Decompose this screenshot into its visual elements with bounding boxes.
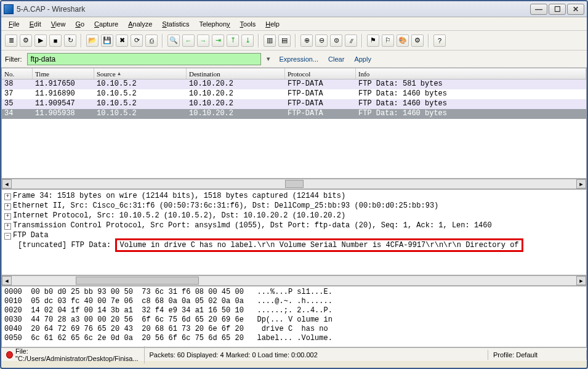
menu-view[interactable]: View	[47, 19, 70, 29]
last-icon[interactable]: ⤓	[241, 34, 254, 47]
menu-edit[interactable]: Edit	[26, 19, 45, 29]
filter-input[interactable]	[27, 53, 261, 65]
tree-item[interactable]: +Ethernet II, Src: Cisco_6c:31:f6 (00:50…	[4, 201, 584, 211]
menu-capture[interactable]: Capture	[91, 19, 122, 29]
stop-capture-icon[interactable]: ■	[49, 34, 62, 47]
scroll-right-icon[interactable]: ►	[576, 179, 586, 189]
table-row[interactable]: 3711.91689010.10.5.210.10.20.2FTP-DATAFT…	[2, 89, 586, 99]
expand-icon[interactable]: +	[4, 213, 11, 220]
close-file-icon[interactable]: ✖	[116, 34, 128, 47]
app-icon	[4, 4, 14, 14]
display-filters-icon[interactable]: ⚐	[382, 34, 394, 47]
zoom-out-icon[interactable]: ⊖	[315, 34, 328, 47]
expert-info-icon[interactable]	[6, 351, 13, 359]
table-row[interactable]: 3811.91765010.10.5.210.10.20.2FTP-DATAFT…	[2, 79, 586, 89]
menu-help[interactable]: Help	[262, 19, 283, 29]
sort-asc-icon: ▲	[117, 71, 122, 76]
collapse-icon[interactable]: −	[4, 233, 11, 240]
col-destination[interactable]: Destination	[187, 68, 285, 79]
menu-telephony[interactable]: Telephony	[195, 19, 233, 29]
interfaces-icon[interactable]: ≣	[5, 34, 17, 47]
coloring-rules-icon[interactable]: 🎨	[397, 34, 409, 47]
scroll-thumb[interactable]	[285, 180, 304, 188]
table-row-selected[interactable]: 3411.90593810.10.5.210.10.20.2FTP-DATAFT…	[2, 109, 586, 119]
status-file: File: "C:/Users/Administrator/Desktop/Fi…	[1, 346, 145, 363]
scroll-thumb[interactable]	[76, 277, 199, 285]
clear-button[interactable]: Clear	[328, 55, 344, 63]
restart-capture-icon[interactable]: ↻	[64, 34, 76, 47]
col-time[interactable]: Time	[33, 68, 94, 79]
expand-icon[interactable]: +	[4, 203, 11, 210]
packet-details: +Frame 34: 1518 bytes on wire (12144 bit…	[1, 189, 587, 275]
find-icon[interactable]: 🔍	[167, 34, 180, 47]
close-button[interactable]: ✕	[567, 4, 584, 15]
col-no[interactable]: No.	[2, 68, 33, 79]
hscroll-details[interactable]: ◄ ►	[1, 275, 587, 286]
status-packets: Packets: 60 Displayed: 4 Marked: 0 Load …	[145, 350, 488, 360]
packet-bytes[interactable]: 0000 00 b0 d0 25 bb 93 00 50 73 6c 31 f6…	[1, 286, 587, 347]
scroll-left-icon[interactable]: ◄	[2, 179, 12, 189]
tree-item[interactable]: +Frame 34: 1518 bytes on wire (12144 bit…	[4, 191, 584, 201]
table-row[interactable]: 3511.90954710.10.5.210.10.20.2FTP-DATAFT…	[2, 99, 586, 109]
forward-icon[interactable]: →	[197, 34, 209, 47]
autoscroll-icon[interactable]: ▤	[278, 34, 291, 47]
expand-icon[interactable]: +	[4, 193, 11, 200]
open-icon[interactable]: 📂	[86, 34, 99, 47]
maximize-button[interactable]: ☐	[549, 4, 566, 15]
options-icon[interactable]: ⚙	[20, 34, 32, 47]
colorize-icon[interactable]: ▥	[264, 34, 276, 47]
menu-go[interactable]: Go	[71, 19, 88, 29]
scroll-left-icon[interactable]: ◄	[2, 276, 12, 285]
first-icon[interactable]: ⤒	[227, 34, 239, 47]
expand-icon[interactable]: +	[4, 223, 11, 230]
start-capture-icon[interactable]: ▶	[34, 34, 47, 47]
status-profile[interactable]: Profile: Default	[488, 350, 587, 360]
hscroll-packet-list[interactable]: ◄ ►	[1, 179, 587, 189]
print-icon[interactable]: ⎙	[145, 34, 158, 47]
statusbar: File: "C:/Users/Administrator/Desktop/Fi…	[1, 347, 587, 361]
zoom-reset-icon[interactable]: ⊜	[330, 34, 342, 47]
menu-tools[interactable]: Tools	[236, 19, 260, 29]
titlebar: 5-A.CAP - Wireshark — ☐ ✕	[1, 1, 587, 17]
col-protocol[interactable]: Protocol	[285, 68, 356, 79]
highlighted-payload: Volume in drive C has no label.\r\n Volu…	[115, 238, 523, 252]
resize-columns-icon[interactable]: ⫽	[345, 34, 357, 47]
window-title: 5-A.CAP - Wireshark	[17, 5, 530, 14]
filter-label: Filter:	[5, 55, 22, 63]
expression-button[interactable]: Expression...	[280, 55, 319, 63]
tree-item[interactable]: +Internet Protocol, Src: 10.10.5.2 (10.1…	[4, 211, 584, 221]
packet-list: No. Time Source▲ Destination Protocol In…	[1, 68, 587, 179]
filterbar: Filter: ▾ Expression... Clear Apply	[1, 51, 587, 68]
save-icon[interactable]: 💾	[101, 34, 113, 47]
scroll-right-icon[interactable]: ►	[576, 276, 586, 285]
apply-button[interactable]: Apply	[354, 55, 371, 63]
menubar: File Edit View Go Capture Analyze Statis…	[1, 17, 587, 31]
reload-icon[interactable]: ⟳	[131, 34, 143, 47]
menu-file[interactable]: File	[5, 19, 23, 29]
minimize-button[interactable]: —	[530, 4, 547, 15]
menu-analyze[interactable]: Analyze	[124, 19, 156, 29]
prefs-icon[interactable]: ⚙	[411, 34, 424, 47]
tree-item[interactable]: +Transmission Control Protocol, Src Port…	[4, 221, 584, 230]
col-info[interactable]: Info	[356, 68, 586, 79]
back-icon[interactable]: ←	[182, 34, 195, 47]
tree-item[interactable]: [truncated] FTP Data: Volume in drive C …	[4, 240, 584, 250]
col-source[interactable]: Source▲	[94, 68, 187, 79]
filter-dropdown-icon[interactable]: ▾	[264, 55, 273, 63]
capture-filters-icon[interactable]: ⚑	[367, 34, 379, 47]
zoom-in-icon[interactable]: ⊕	[300, 34, 313, 47]
help-icon[interactable]: ?	[433, 34, 446, 47]
goto-icon[interactable]: ⇥	[212, 34, 224, 47]
menu-statistics[interactable]: Statistics	[158, 19, 193, 29]
ftp-data-label: [truncated] FTP Data:	[18, 241, 111, 249]
toolbar: ≣ ⚙ ▶ ■ ↻ 📂 💾 ✖ ⟳ ⎙ 🔍 ← → ⇥ ⤒ ⤓ ▥ ▤ ⊕ ⊖ …	[1, 31, 587, 51]
